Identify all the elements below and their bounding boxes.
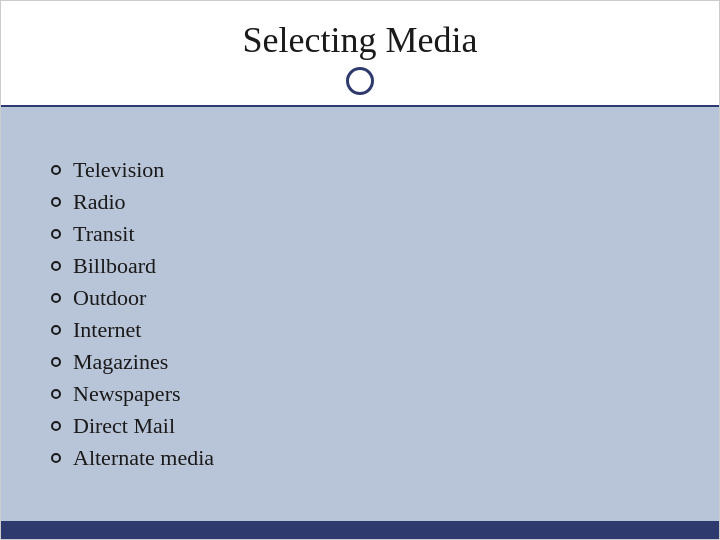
list-item-direct-mail: Direct Mail xyxy=(51,413,669,439)
label-alternate-media: Alternate media xyxy=(73,445,214,471)
label-direct-mail: Direct Mail xyxy=(73,413,175,439)
circle-decoration xyxy=(346,67,374,95)
label-transit: Transit xyxy=(73,221,135,247)
bullet-direct-mail xyxy=(51,421,61,431)
bullet-television xyxy=(51,165,61,175)
list-item-newspapers: Newspapers xyxy=(51,381,669,407)
bullet-alternate-media xyxy=(51,453,61,463)
label-outdoor: Outdoor xyxy=(73,285,146,311)
list-item-alternate-media: Alternate media xyxy=(51,445,669,471)
list-item-internet: Internet xyxy=(51,317,669,343)
list-item-radio: Radio xyxy=(51,189,669,215)
slide-header: Selecting Media xyxy=(1,1,719,107)
bullet-billboard xyxy=(51,261,61,271)
bullet-internet xyxy=(51,325,61,335)
slide-content: TelevisionRadioTransitBillboardOutdoorIn… xyxy=(1,107,719,521)
list-item-outdoor: Outdoor xyxy=(51,285,669,311)
list-item-television: Television xyxy=(51,157,669,183)
list-item-transit: Transit xyxy=(51,221,669,247)
bullet-radio xyxy=(51,197,61,207)
bullet-magazines xyxy=(51,357,61,367)
bullet-newspapers xyxy=(51,389,61,399)
list-item-billboard: Billboard xyxy=(51,253,669,279)
label-television: Television xyxy=(73,157,164,183)
label-radio: Radio xyxy=(73,189,126,215)
label-billboard: Billboard xyxy=(73,253,156,279)
slide: Selecting Media TelevisionRadioTransitBi… xyxy=(0,0,720,540)
label-newspapers: Newspapers xyxy=(73,381,181,407)
label-internet: Internet xyxy=(73,317,141,343)
list-item-magazines: Magazines xyxy=(51,349,669,375)
bullet-outdoor xyxy=(51,293,61,303)
media-list: TelevisionRadioTransitBillboardOutdoorIn… xyxy=(51,157,669,471)
bullet-transit xyxy=(51,229,61,239)
slide-title: Selecting Media xyxy=(243,19,478,61)
footer-bar xyxy=(1,521,719,539)
label-magazines: Magazines xyxy=(73,349,168,375)
